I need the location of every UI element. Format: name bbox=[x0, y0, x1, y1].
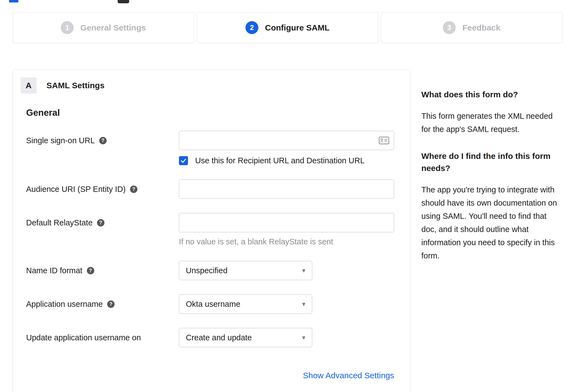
sso-url-field-col: Use this for Recipient URL and Destinati… bbox=[179, 131, 394, 165]
help-icon[interactable]: ? bbox=[130, 186, 137, 193]
help-icon[interactable]: ? bbox=[97, 219, 104, 227]
chevron-down-icon: ▾ bbox=[302, 300, 305, 308]
name-id-format-label-wrap: Name ID format? bbox=[26, 261, 179, 275]
help-icon[interactable]: ? bbox=[87, 267, 94, 274]
sidebar-heading-1: What does this form do? bbox=[421, 89, 564, 101]
default-relaystate-label: Default RelayState bbox=[26, 218, 93, 227]
recipient-url-checkbox-row: Use this for Recipient URL and Destinati… bbox=[179, 156, 394, 165]
name-id-format-row: Name ID format? Unspecified ▾ bbox=[26, 261, 394, 280]
panel-header: A SAML Settings bbox=[21, 78, 394, 93]
audience-uri-input[interactable] bbox=[179, 180, 394, 199]
contact-card-icon[interactable] bbox=[379, 137, 389, 145]
audience-uri-row: Audience URI (SP Entity ID)? bbox=[26, 180, 394, 199]
recipient-url-checkbox[interactable] bbox=[179, 156, 188, 165]
saml-settings-panel: A SAML Settings General Single sign-on U… bbox=[13, 70, 411, 392]
application-username-field-col: Okta username ▾ bbox=[179, 294, 394, 314]
name-id-format-value: Unspecified bbox=[186, 266, 228, 275]
step-feedback[interactable]: 3 Feedback bbox=[381, 12, 562, 43]
default-relaystate-row: Default RelayState? If no value is set, … bbox=[26, 213, 394, 247]
step-number-badge: 1 bbox=[61, 21, 74, 34]
application-username-value: Okta username bbox=[186, 300, 240, 309]
sidebar-body-1: This form generates the XML needed for t… bbox=[421, 109, 564, 136]
step-label: Configure SAML bbox=[265, 23, 330, 32]
application-username-label: Application username bbox=[26, 300, 103, 308]
update-app-username-select[interactable]: Create and update ▾ bbox=[179, 328, 312, 347]
audience-uri-label: Audience URI (SP Entity ID) bbox=[26, 185, 126, 194]
step-number-badge: 3 bbox=[443, 21, 456, 34]
show-advanced-settings-link[interactable]: Show Advanced Settings bbox=[303, 371, 394, 380]
name-id-format-select[interactable]: Unspecified ▾ bbox=[179, 261, 312, 280]
sso-url-input-wrap bbox=[179, 131, 394, 150]
sso-url-input[interactable] bbox=[179, 131, 394, 150]
clipped-app-logo-fragment bbox=[118, 0, 129, 3]
name-id-format-field-col: Unspecified ▾ bbox=[179, 261, 394, 280]
default-relaystate-field-col: If no value is set, a blank RelayState i… bbox=[179, 213, 394, 247]
sidebar-heading-2: Where do I find the info this form needs… bbox=[421, 150, 564, 174]
default-relaystate-label-wrap: Default RelayState? bbox=[26, 213, 179, 227]
default-relaystate-input[interactable] bbox=[179, 213, 394, 232]
recipient-url-checkbox-label: Use this for Recipient URL and Destinati… bbox=[195, 156, 364, 165]
step-configure-saml[interactable]: 2 Configure SAML bbox=[197, 12, 378, 43]
section-a-badge: A bbox=[21, 78, 37, 93]
chevron-down-icon: ▾ bbox=[302, 334, 305, 341]
default-relaystate-input-wrap bbox=[179, 213, 394, 232]
application-username-select[interactable]: Okta username ▾ bbox=[179, 294, 312, 314]
wizard-stepper: 1 General Settings 2 Configure SAML 3 Fe… bbox=[13, 12, 562, 43]
sidebar-body-2: The app you're trying to integrate with … bbox=[421, 183, 564, 262]
advanced-settings-link-row: Show Advanced Settings bbox=[26, 371, 394, 380]
clipped-header-fragment bbox=[9, 0, 18, 2]
step-number-badge: 2 bbox=[245, 21, 258, 34]
checkmark-icon bbox=[181, 158, 186, 163]
sso-url-label-wrap: Single sign-on URL? bbox=[26, 131, 179, 145]
panel-body: General Single sign-on URL? bbox=[26, 107, 394, 380]
chevron-down-icon: ▾ bbox=[302, 267, 305, 274]
panel-title: SAML Settings bbox=[46, 81, 104, 90]
application-username-row: Application username? Okta username ▾ bbox=[26, 294, 394, 314]
sso-url-label: Single sign-on URL bbox=[26, 136, 95, 145]
page-root: 1 General Settings 2 Configure SAML 3 Fe… bbox=[0, 0, 575, 392]
update-app-username-label: Update application username on bbox=[26, 333, 141, 342]
general-section-heading: General bbox=[26, 107, 394, 118]
step-label: General Settings bbox=[80, 23, 146, 32]
audience-uri-field-col bbox=[179, 180, 394, 199]
help-icon[interactable]: ? bbox=[107, 300, 115, 308]
relaystate-hint-text: If no value is set, a blank RelayState i… bbox=[179, 237, 394, 247]
application-username-label-wrap: Application username? bbox=[26, 294, 179, 309]
audience-uri-input-wrap bbox=[179, 180, 394, 199]
audience-uri-label-wrap: Audience URI (SP Entity ID)? bbox=[26, 180, 179, 194]
help-icon[interactable]: ? bbox=[99, 137, 107, 144]
step-general-settings[interactable]: 1 General Settings bbox=[13, 12, 194, 43]
name-id-format-label: Name ID format bbox=[26, 266, 82, 275]
update-app-username-row: Update application username on Create an… bbox=[26, 328, 394, 347]
help-sidebar: What does this form do? This form genera… bbox=[421, 89, 564, 277]
step-label: Feedback bbox=[462, 23, 500, 32]
update-app-username-value: Create and update bbox=[186, 333, 252, 342]
update-app-username-field-col: Create and update ▾ bbox=[179, 328, 394, 347]
sso-url-row: Single sign-on URL? bbox=[26, 131, 394, 165]
update-app-username-label-wrap: Update application username on bbox=[26, 328, 179, 342]
